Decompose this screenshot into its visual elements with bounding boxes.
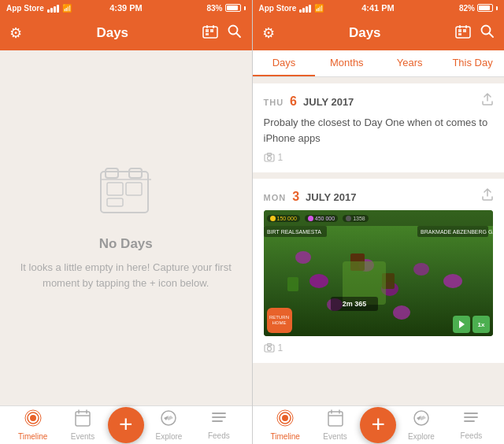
events-label-left: Events xyxy=(71,432,95,441)
entry-month-year-2: JULY 2017 xyxy=(306,191,356,203)
header-right: ⚙ Days xyxy=(253,16,505,50)
entry-image-2: 150 000 450 000 1358 xyxy=(264,210,494,336)
tab-events-left[interactable]: Events xyxy=(57,409,107,441)
entry-card-2: MON 3 JULY 2017 150 000 xyxy=(253,179,505,363)
svg-point-15 xyxy=(30,415,36,421)
svg-rect-18 xyxy=(76,412,90,426)
signal-icon-right xyxy=(299,4,311,13)
svg-text:BRAKMADE ABZENBERG GAG: BRAKMADE ABZENBERG GAG xyxy=(421,229,494,235)
share-icon-2[interactable] xyxy=(482,188,493,204)
svg-rect-12 xyxy=(126,183,142,195)
svg-point-37 xyxy=(267,157,271,161)
tab-feeds-right[interactable]: Feeds xyxy=(447,410,496,440)
header-icons-right xyxy=(455,24,495,43)
game-return-button[interactable]: RETURN HOME xyxy=(267,308,292,333)
svg-rect-2 xyxy=(210,29,213,32)
search-icon-right[interactable] xyxy=(480,24,495,43)
tab-years[interactable]: Years xyxy=(378,50,441,76)
svg-point-43 xyxy=(413,263,429,276)
wifi-icon-right: 📶 xyxy=(314,4,324,13)
status-bar-right: App Store 📶 4:41 PM 82% xyxy=(253,0,505,16)
battery-tip-left xyxy=(244,6,246,10)
explore-label-right: Explore xyxy=(408,432,435,441)
entry-card-1: THU 6 JULY 2017 Probaly the closest to D… xyxy=(253,83,505,172)
play-button[interactable] xyxy=(453,316,470,333)
events-label-right: Events xyxy=(323,432,347,441)
events-icon-right xyxy=(328,409,343,431)
appstore-label-left: App Store xyxy=(6,4,44,13)
empty-desc: It looks a little empty in here! Capture… xyxy=(16,260,236,290)
battery-icon-left xyxy=(225,4,241,12)
entry-date-2: 3 xyxy=(292,190,299,204)
entry-month-year-1: JULY 2017 xyxy=(303,96,354,108)
svg-rect-3 xyxy=(206,33,209,35)
svg-point-61 xyxy=(282,415,288,421)
tab-months[interactable]: Months xyxy=(315,50,378,76)
entry-date-1: 6 xyxy=(290,94,297,109)
share-icon-1[interactable] xyxy=(482,93,493,109)
svg-line-35 xyxy=(489,33,493,37)
svg-rect-29 xyxy=(458,29,461,32)
tab-feeds-left[interactable]: Feeds xyxy=(194,410,243,440)
svg-point-46 xyxy=(393,305,410,320)
feeds-label-right: Feeds xyxy=(460,431,482,440)
status-bar-left: App Store 📶 4:39 PM 83% xyxy=(0,0,252,16)
timeline-label-left: Timeline xyxy=(18,432,47,441)
battery-icon-right xyxy=(477,4,493,12)
wifi-icon-left: 📶 xyxy=(62,4,72,13)
svg-rect-47 xyxy=(287,277,298,291)
svg-point-40 xyxy=(309,274,328,288)
svg-rect-31 xyxy=(458,33,461,35)
empty-title: No Days xyxy=(99,236,153,252)
left-panel: App Store 📶 4:39 PM 83% ⚙ Days xyxy=(0,0,252,444)
tab-bar-left: Timeline Events + xyxy=(0,405,252,444)
search-icon-left[interactable] xyxy=(228,24,242,43)
plus-icon-right: + xyxy=(371,413,385,436)
svg-point-44 xyxy=(443,274,462,288)
empty-state: No Days It looks a little empty in here!… xyxy=(0,50,252,405)
header-title-right: Days xyxy=(349,25,381,41)
tab-events-right[interactable]: Events xyxy=(310,409,360,441)
photo-count-1: 1 xyxy=(278,152,284,163)
tabs-right: Days Months Years This Day xyxy=(253,50,505,77)
svg-line-7 xyxy=(236,33,240,37)
timeline-label-right: Timeline xyxy=(270,432,299,441)
svg-text:2m 365: 2m 365 xyxy=(342,300,366,308)
svg-rect-30 xyxy=(463,29,466,32)
svg-marker-57 xyxy=(459,320,465,328)
fab-left[interactable]: + xyxy=(108,407,144,443)
game-background: 150 000 450 000 1358 xyxy=(264,210,494,336)
photo-count-2: 1 xyxy=(278,342,284,353)
fab-right[interactable]: + xyxy=(360,407,396,443)
signal-icon-left xyxy=(47,4,59,13)
timeline-icon-right xyxy=(276,409,294,431)
svg-point-39 xyxy=(295,251,311,264)
plus-icon-left: + xyxy=(119,413,133,436)
right-panel: App Store 📶 4:41 PM 82% ⚙ Days xyxy=(253,0,505,444)
calendar-icon-right[interactable] xyxy=(455,24,471,43)
tab-timeline-right[interactable]: Timeline xyxy=(261,409,310,441)
feeds-label-left: Feeds xyxy=(208,431,230,440)
entry-header-2: MON 3 JULY 2017 xyxy=(264,188,494,204)
svg-rect-64 xyxy=(328,412,343,426)
tab-timeline-left[interactable]: Timeline xyxy=(8,409,57,441)
calendar-icon-left[interactable] xyxy=(202,24,218,43)
time-right: 4:41 PM xyxy=(361,3,395,13)
feeds-icon-right xyxy=(463,410,479,430)
gear-icon-right[interactable]: ⚙ xyxy=(262,24,275,42)
entry-header-1: THU 6 JULY 2017 xyxy=(264,93,494,109)
explore-label-left: Explore xyxy=(155,432,182,441)
battery-label-left: 83% xyxy=(206,4,222,13)
speed-button[interactable]: 1x xyxy=(472,316,490,333)
tab-this-day[interactable]: This Day xyxy=(441,50,504,76)
appstore-label-right: App Store xyxy=(259,4,297,13)
header-left: ⚙ Days xyxy=(0,16,252,50)
header-title-left: Days xyxy=(96,25,128,41)
tab-explore-right[interactable]: Explore xyxy=(396,409,446,441)
tab-explore-left[interactable]: Explore xyxy=(144,409,194,441)
empty-icon xyxy=(94,165,158,220)
entry-dow-2: MON xyxy=(264,193,287,202)
gear-icon-left[interactable]: ⚙ xyxy=(9,24,22,42)
entry-dow-1: THU xyxy=(264,98,284,107)
tab-days[interactable]: Days xyxy=(253,50,316,76)
